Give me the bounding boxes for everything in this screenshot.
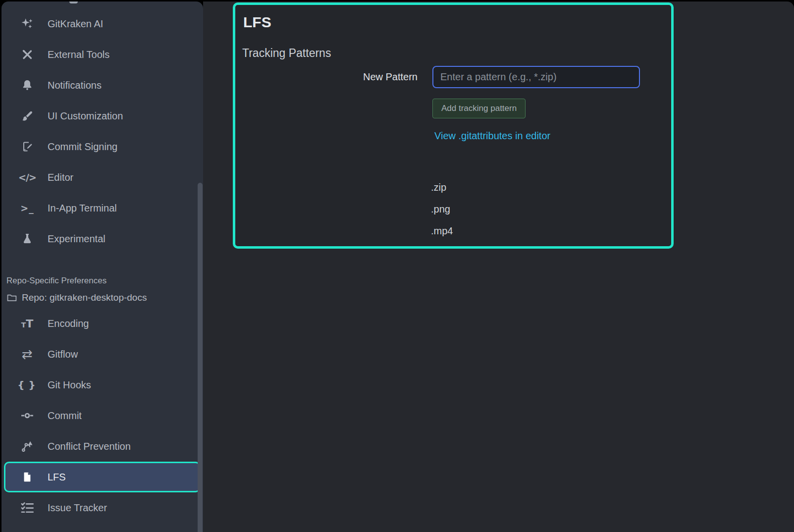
sidebar-item-label: Notifications xyxy=(48,80,102,91)
sidebar-item-issue-tracker[interactable]: Issue Tracker xyxy=(1,492,203,523)
braces-icon: { } xyxy=(20,379,35,391)
lfs-settings-panel: LFS Tracking Patterns New Pattern Add tr… xyxy=(233,2,674,249)
lfs-pattern-item: .mp4 xyxy=(431,220,671,242)
folder-icon xyxy=(6,292,17,303)
sidebar-item-label: Conflict Prevention xyxy=(48,441,131,452)
sidebar-item-gitkraken-ai[interactable]: GitKraken AI xyxy=(1,8,203,39)
tracking-patterns-heading: Tracking Patterns xyxy=(242,47,671,60)
page-title: LFS xyxy=(243,14,671,31)
sidebar-nav-global: GitKraken AIExternal ToolsNotificationsU… xyxy=(1,1,203,254)
sidebar-item-label: In-App Terminal xyxy=(48,203,117,214)
sparkles-icon xyxy=(20,17,35,30)
sidebar-item-label: External Tools xyxy=(48,49,109,60)
tracked-patterns-list: .zip.png.mp4 xyxy=(431,176,671,242)
sidebar-item-label: Editor xyxy=(48,172,73,183)
sidebar-item-ui-customization[interactable]: UI Customization xyxy=(1,101,203,131)
swap-arrows-icon: ⇄ xyxy=(20,349,35,359)
repo-section-title: Repo-Specific Preferences xyxy=(6,276,203,286)
cut-off-item-icon xyxy=(69,1,78,3)
sidebar-item-label: Git Hooks xyxy=(48,379,91,391)
sidebar-item-label: Commit Signing xyxy=(48,141,117,153)
commit-node-icon xyxy=(20,409,35,422)
lfs-pattern-item: .png xyxy=(431,198,671,220)
terminal-icon: >_ xyxy=(20,203,35,213)
sidebar-item-commit-signing[interactable]: Commit Signing xyxy=(1,131,203,162)
sidebar-item-editor[interactable]: </>Editor xyxy=(1,162,203,193)
sidebar-nav-repo: TTEncoding⇄Gitflow{ }Git HooksCommitConf… xyxy=(1,303,203,523)
sidebar-item-notifications[interactable]: Notifications xyxy=(1,70,203,101)
repo-name-label: Repo: gitkraken-desktop-docs xyxy=(22,292,147,303)
sidebar-item-experimental[interactable]: Experimental xyxy=(1,223,203,254)
text-encoding-icon: TT xyxy=(20,318,35,330)
sidebar-item-label: LFS xyxy=(48,472,66,483)
sidebar-item-label: Issue Tracker xyxy=(48,502,107,514)
view-gitattributes-link[interactable]: View .gitattributes in editor xyxy=(434,130,550,141)
repo-name-row: Repo: gitkraken-desktop-docs xyxy=(6,292,203,303)
sidebar-item-external-tools[interactable]: External Tools xyxy=(1,39,203,70)
branch-warning-icon xyxy=(20,440,35,453)
add-tracking-pattern-button[interactable]: Add tracking pattern xyxy=(432,99,526,118)
paintbrush-icon xyxy=(20,110,35,122)
sidebar-item-commit[interactable]: Commit xyxy=(1,400,203,431)
preferences-sidebar: GitKraken AIExternal ToolsNotificationsU… xyxy=(1,1,203,532)
repo-specific-section: Repo-Specific Preferences Repo: gitkrake… xyxy=(1,276,203,303)
sidebar-item-label: Commit xyxy=(48,410,82,422)
sidebar-item-lfs[interactable]: LFS xyxy=(4,462,201,492)
sidebar-item-label: Gitflow xyxy=(48,349,78,360)
sidebar-item-encoding[interactable]: TTEncoding xyxy=(1,308,203,339)
new-pattern-input[interactable] xyxy=(432,66,640,88)
preferences-content: LFS Tracking Patterns New Pattern Add tr… xyxy=(203,1,794,532)
sidebar-item-label: UI Customization xyxy=(48,110,123,122)
sidebar-item-conflict-prevention[interactable]: Conflict Prevention xyxy=(1,431,203,462)
crossed-tools-icon xyxy=(20,49,35,60)
signed-document-icon xyxy=(20,141,35,153)
sidebar-item-label: Encoding xyxy=(48,318,89,329)
code-icon: </> xyxy=(20,172,35,183)
sidebar-item-gitflow[interactable]: ⇄Gitflow xyxy=(1,339,203,370)
sidebar-item-label: Experimental xyxy=(48,233,106,245)
lfs-pattern-item: .zip xyxy=(431,176,671,198)
checklist-icon xyxy=(20,501,35,515)
sidebar-item-label: GitKraken AI xyxy=(48,18,103,30)
sidebar-scrollbar-thumb[interactable] xyxy=(198,183,203,532)
file-icon xyxy=(20,472,35,482)
bell-icon xyxy=(20,79,35,91)
sidebar-item-in-app-terminal[interactable]: >_In-App Terminal xyxy=(1,193,203,223)
flask-icon xyxy=(20,233,35,245)
sidebar-item-git-hooks[interactable]: { }Git Hooks xyxy=(1,370,203,400)
new-pattern-label: New Pattern xyxy=(235,71,418,83)
